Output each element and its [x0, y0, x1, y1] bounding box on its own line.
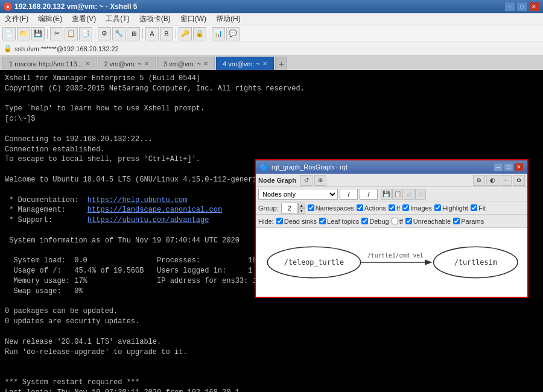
tab-2-label: 2 vm@vm: ~ [104, 60, 142, 68]
term-line-blank1 [5, 94, 538, 104]
toolbar-btn-9[interactable]: 🖥 [127, 27, 140, 40]
namespace-input1[interactable] [340, 189, 358, 200]
rqt-window-title: rqt_graph_RosGraph - rqt [272, 163, 348, 171]
group-spin-down[interactable]: ▼ [298, 208, 305, 213]
menu-bar: 文件(F) 编辑(E) 查看(V) 工具(T) 选项卡(B) 窗口(W) 帮助(… [0, 13, 543, 25]
rqt-copy-btn[interactable]: 📋 [392, 189, 403, 200]
rqt-zoom-in-btn[interactable]: ⊕ [314, 175, 326, 186]
hide-label: Hide: [258, 218, 274, 225]
toolbar-btn-14[interactable]: 📊 [212, 27, 225, 40]
menu-tabs[interactable]: 选项卡(B) [137, 14, 173, 24]
menu-view[interactable]: 查看(V) [69, 14, 98, 24]
term-line-blank8 [5, 327, 538, 337]
toolbar-btn-13[interactable]: 🔒 [193, 27, 206, 40]
tab-2-close[interactable]: ✕ [144, 60, 149, 67]
address-bar: 🔒 ssh://vm:******@192.168.20.132:22 [0, 42, 543, 55]
svg-text:/turtlesim: /turtlesim [454, 258, 497, 267]
toolbar-btn-3[interactable]: 💾 [31, 27, 45, 40]
tab-3-close[interactable]: ✕ [203, 60, 208, 67]
images-checkbox[interactable] [402, 204, 409, 211]
rqt-maximize-btn[interactable]: □ [504, 163, 513, 171]
rqt-close-btn[interactable]: ✕ [514, 163, 524, 171]
tf-checkbox-bottom[interactable] [392, 218, 398, 224]
tab-3[interactable]: 3 vm@vm: ~ ✕ [157, 57, 215, 70]
rqt-minimize-btn[interactable]: ─ [494, 163, 503, 171]
toolbar-btn-6[interactable]: 📑 [79, 27, 92, 40]
window-title: 192.168.20.132 vm@vm: ~ - Xshell 5 [14, 2, 138, 11]
tab-1-label: 1 roscore http://vm:113... [9, 60, 83, 68]
address-icon: 🔒 [4, 45, 12, 52]
toolbar-btn-5[interactable]: 📋 [65, 27, 78, 40]
tab-add-button[interactable]: + [275, 57, 287, 70]
tab-4-label: 4 vm@vm: ~ [223, 60, 260, 68]
menu-window[interactable]: 窗口(W) [178, 14, 209, 24]
term-line-5: Connecting to 192.168.20.132:22... [5, 134, 538, 145]
toolbar-btn-12[interactable]: 🔑 [179, 27, 192, 40]
close-button[interactable]: ✕ [529, 2, 539, 11]
group-spin-up[interactable]: ▲ [298, 203, 305, 208]
rqt-title-icon: 🔷 [259, 163, 269, 172]
tab-4[interactable]: 4 vm@vm: ~ ✕ [216, 57, 274, 70]
fit-checkbox[interactable] [471, 204, 477, 211]
term-line-3: Type `help' to learn how to use Xshell p… [5, 104, 538, 114]
tab-1-close[interactable]: ✕ [85, 60, 90, 67]
tf-checkbox-top[interactable] [389, 204, 395, 211]
nodes-only-dropdown[interactable]: Nodes only Nodes/Topics (all) Nodes/Topi… [258, 189, 338, 200]
params-checkbox[interactable] [453, 218, 460, 224]
term-line-blank9 [5, 357, 538, 367]
term-line-22: Last login: Thu Nov 19 07:30:11 2020 fro… [5, 388, 538, 392]
tab-4-close[interactable]: ✕ [262, 60, 267, 67]
toolbar-btn-8[interactable]: 🔧 [112, 27, 125, 40]
toolbar-btn-10[interactable]: A [145, 27, 159, 40]
rqt-d-btn[interactable]: D [473, 175, 485, 186]
tabs-bar: 1 roscore http://vm:113... ✕ 2 vm@vm: ~ … [0, 55, 543, 70]
menu-help[interactable]: 帮助(H) [214, 14, 243, 24]
rqt-graph-window: 🔷 rqt_graph_RosGraph - rqt ─ □ ✕ Node Gr… [255, 159, 529, 298]
dead-sinks-checkbox[interactable] [276, 218, 283, 224]
menu-edit[interactable]: 编辑(E) [36, 14, 65, 24]
toolbar-btn-15[interactable]: 💬 [226, 27, 240, 40]
toolbar-btn-1[interactable]: 📄 [2, 27, 16, 40]
address-text: ssh://vm:******@192.168.20.132:22 [14, 45, 539, 52]
actions-checkbox[interactable] [357, 204, 363, 211]
debug-checkbox[interactable] [361, 218, 368, 224]
toolbar-btn-11[interactable]: B [160, 27, 173, 40]
rqt-toolbar4: Hide: Dead sinks Leaf topics Debug tf Un… [256, 215, 527, 228]
terminal-area[interactable]: Xshell for Xmanager Enterprise 5 (Build … [0, 70, 543, 392]
rqt-refresh-btn[interactable]: ↺ [300, 175, 313, 186]
toolbar-btn-4[interactable]: ✂ [50, 27, 63, 40]
rqt-settings-btn[interactable]: ⚙ [415, 189, 426, 200]
toolbar-btn-2[interactable]: 📁 [17, 27, 30, 40]
tab-1[interactable]: 1 roscore http://vm:113... ✕ [2, 57, 97, 70]
app-icon: ● [4, 2, 12, 11]
namespaces-checkbox[interactable] [308, 204, 314, 211]
maximize-button[interactable]: □ [516, 2, 527, 11]
namespace-input2[interactable] [360, 189, 378, 200]
rqt-graph-canvas[interactable]: /teleop_turtle /turtle1/cmd_vel /turtles… [256, 228, 527, 297]
highlight-checkbox[interactable] [434, 204, 441, 211]
rqt-toolbar2: Nodes only Nodes/Topics (all) Nodes/Topi… [256, 187, 527, 201]
leaf-topics-checkbox[interactable] [319, 218, 326, 224]
minimize-button[interactable]: ─ [504, 2, 515, 11]
rqt-save-btn[interactable]: 💾 [381, 189, 392, 200]
term-line-blank2 [5, 124, 538, 134]
rqt-print-btn[interactable]: 🖨 [404, 189, 414, 200]
term-line-6: Connection established. [5, 145, 538, 155]
rqt-toggle2-btn[interactable]: ─ [500, 175, 512, 186]
rqt-toggle1-btn[interactable]: ◐ [486, 175, 498, 186]
graph-svg: /teleop_turtle /turtle1/cmd_vel /turtles… [256, 228, 527, 297]
unreachable-checkbox[interactable] [405, 218, 412, 224]
toolbar-btn-7[interactable]: ⚙ [98, 27, 111, 40]
term-line-2: Copyright (C) 2002-2015 NetSarang Comput… [5, 84, 538, 94]
rqt-o-btn[interactable]: O [513, 175, 525, 186]
group-label: Group: [258, 204, 279, 212]
window-controls: ─ □ ✕ [504, 2, 539, 11]
node-graph-label: Node Graph [258, 177, 296, 184]
term-line-19: New release '20.04.1 LTS' available. [5, 337, 538, 347]
term-line-17: 0 packages can be updated. [5, 306, 538, 317]
term-line-18: 0 updates are security updates. [5, 317, 538, 327]
menu-tools[interactable]: 工具(T) [103, 14, 132, 24]
menu-file[interactable]: 文件(F) [2, 14, 31, 24]
tab-2[interactable]: 2 vm@vm: ~ ✕ [98, 57, 156, 70]
group-spinbox[interactable] [281, 203, 298, 213]
